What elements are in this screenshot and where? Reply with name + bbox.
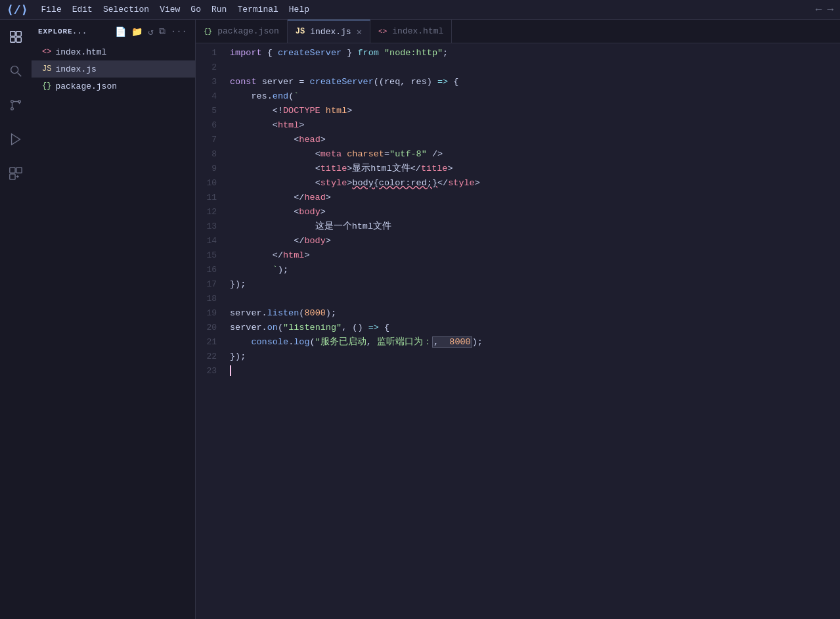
svg-rect-2	[11, 37, 15, 42]
code-editor[interactable]: 1 import { createServer } from "node:htt…	[196, 43, 840, 619]
tab-label-package-json: package.json	[217, 26, 279, 36]
code-line-17: 17 });	[196, 277, 840, 292]
activity-extensions[interactable]	[4, 162, 28, 185]
file-name-index-js: index.js	[55, 64, 96, 74]
svg-point-4	[11, 66, 18, 74]
code-line-12: 12 <body>	[196, 205, 840, 219]
svg-rect-11	[16, 168, 22, 173]
tab-close-index-js[interactable]: ✕	[357, 26, 362, 37]
file-item-index-html[interactable]: <> index.html	[32, 43, 195, 60]
tab-label-index-html: index.html	[392, 26, 443, 36]
new-folder-button[interactable]: 📁	[130, 25, 144, 39]
menu-run[interactable]: Run	[211, 5, 227, 14]
tab-index-js[interactable]: JS index.js ✕	[288, 20, 370, 43]
code-line-16: 16 `);	[196, 263, 840, 277]
code-line-11: 11 </head>	[196, 191, 840, 205]
svg-point-6	[11, 101, 14, 103]
code-line-9: 9 <title>显示html文件</title>	[196, 162, 840, 176]
collapse-button[interactable]: ⧉	[158, 25, 167, 39]
code-line-2: 2	[196, 60, 840, 75]
file-item-index-js[interactable]: JS index.js	[32, 60, 195, 78]
tab-icon-package-json: {}	[204, 28, 212, 35]
menu-selection[interactable]: Selection	[103, 5, 149, 14]
tab-label-index-js: index.js	[310, 27, 351, 37]
json-file-icon: {}	[42, 81, 51, 91]
vscode-logo: ⟨/⟩	[7, 3, 28, 17]
menu-terminal[interactable]: Terminal	[237, 5, 278, 14]
tab-package-json[interactable]: {} package.json	[196, 20, 288, 43]
nav-back-button[interactable]: ←	[816, 4, 822, 16]
tab-icon-index-js: JS	[296, 27, 305, 36]
editor-area: {} package.json JS index.js ✕ <> index.h…	[196, 20, 840, 619]
tab-icon-index-html: <>	[378, 28, 387, 35]
code-line-22: 22 });	[196, 350, 840, 364]
nav-buttons: ← →	[816, 4, 833, 16]
code-line-13: 13 这是一个html文件	[196, 219, 840, 234]
code-line-18: 18	[196, 292, 840, 306]
sidebar-actions: 📄 📁 ↺ ⧉ ···	[114, 25, 188, 39]
menu-go[interactable]: Go	[190, 5, 201, 14]
code-line-5: 5 <!DOCTYPE html>	[196, 104, 840, 118]
code-line-19: 19 server.listen(8000);	[196, 306, 840, 321]
activity-explorer[interactable]	[4, 25, 28, 49]
file-name-index-html: index.html	[55, 47, 106, 57]
svg-marker-9	[12, 134, 20, 145]
menu-bar: File Edit Selection View Go Run Terminal…	[41, 5, 309, 14]
menu-file[interactable]: File	[41, 5, 61, 14]
html-file-icon: <>	[42, 47, 51, 57]
sidebar: EXPLORE... 📄 📁 ↺ ⧉ ··· <> index.html JS …	[32, 20, 196, 619]
menu-view[interactable]: View	[160, 5, 180, 14]
title-bar: ⟨/⟩ File Edit Selection View Go Run Term…	[0, 0, 840, 20]
code-line-21: 21 console.log("服务已启动, 监听端口为：, 8000);	[196, 335, 840, 350]
svg-rect-12	[10, 174, 15, 179]
svg-rect-0	[11, 32, 15, 36]
nav-forward-button[interactable]: →	[827, 4, 833, 16]
svg-point-8	[11, 108, 14, 110]
code-line-8: 8 <meta charset="utf-8" />	[196, 147, 840, 162]
code-line-6: 6 <html>	[196, 118, 840, 133]
code-line-20: 20 server.on("listening", () => {	[196, 321, 840, 335]
file-name-package-json: package.json	[55, 81, 117, 91]
svg-line-5	[18, 73, 22, 77]
code-line-23: 23	[196, 364, 840, 378]
activity-search[interactable]	[4, 59, 28, 83]
activity-git[interactable]	[4, 93, 28, 117]
svg-rect-3	[16, 37, 21, 42]
js-file-icon: JS	[42, 64, 51, 74]
svg-rect-1	[16, 32, 21, 36]
code-line-1: 1 import { createServer } from "node:htt…	[196, 46, 840, 60]
code-line-15: 15 </html>	[196, 248, 840, 263]
file-item-package-json[interactable]: {} package.json	[32, 78, 195, 95]
code-line-3: 3 const server = createServer((req, res)…	[196, 75, 840, 89]
sidebar-header: EXPLORE... 📄 📁 ↺ ⧉ ···	[32, 20, 195, 43]
code-line-10: 10 <style>body{color:red;}</style>	[196, 176, 840, 191]
menu-edit[interactable]: Edit	[72, 5, 93, 14]
tab-index-html[interactable]: <> index.html	[370, 20, 452, 43]
sidebar-title: EXPLORE...	[38, 28, 87, 35]
refresh-button[interactable]: ↺	[146, 25, 154, 39]
code-line-7: 7 <head>	[196, 133, 840, 147]
activity-debug[interactable]	[4, 127, 28, 151]
code-line-14: 14 </body>	[196, 234, 840, 248]
code-line-4: 4 res.end(`	[196, 89, 840, 104]
menu-help[interactable]: Help	[289, 5, 309, 14]
more-button[interactable]: ···	[169, 25, 188, 39]
activity-bar	[0, 20, 32, 619]
tab-bar: {} package.json JS index.js ✕ <> index.h…	[196, 20, 840, 43]
svg-rect-10	[10, 168, 15, 173]
main-layout: EXPLORE... 📄 📁 ↺ ⧉ ··· <> index.html JS …	[0, 20, 840, 619]
new-file-button[interactable]: 📄	[114, 25, 127, 39]
